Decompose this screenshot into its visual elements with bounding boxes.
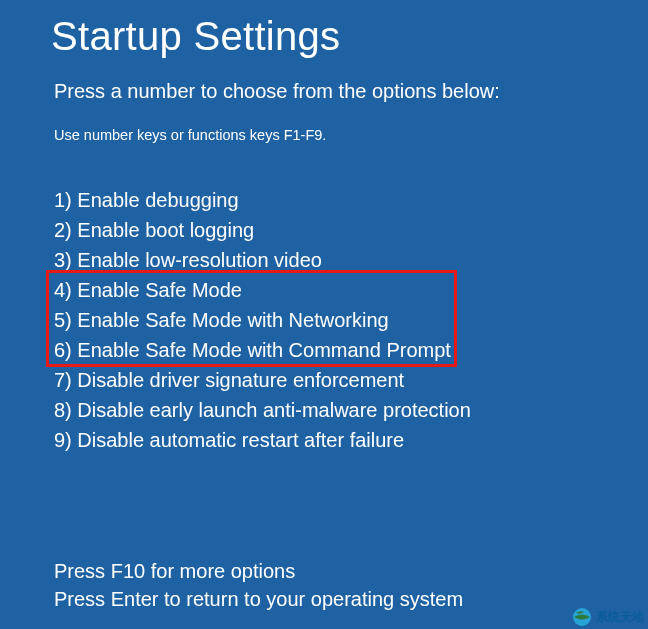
- options-list: 1) Enable debugging 2) Enable boot loggi…: [54, 185, 471, 455]
- option-9[interactable]: 9) Disable automatic restart after failu…: [54, 425, 471, 455]
- option-7[interactable]: 7) Disable driver signature enforcement: [54, 365, 471, 395]
- option-number: 1): [54, 189, 77, 211]
- option-5[interactable]: 5) Enable Safe Mode with Networking: [54, 305, 471, 335]
- instruction-text: Press a number to choose from the option…: [54, 80, 500, 103]
- footer-more-options: Press F10 for more options: [54, 557, 463, 585]
- option-label: Disable early launch anti-malware protec…: [77, 399, 471, 421]
- option-label: Enable Safe Mode with Command Prompt: [77, 339, 451, 361]
- option-number: 4): [54, 279, 77, 301]
- page-title: Startup Settings: [51, 14, 340, 59]
- option-label: Enable Safe Mode: [77, 279, 242, 301]
- option-number: 2): [54, 219, 77, 241]
- watermark: 系统天地: [572, 607, 644, 627]
- option-label: Disable automatic restart after failure: [77, 429, 404, 451]
- footer-instructions: Press F10 for more options Press Enter t…: [54, 557, 463, 613]
- option-6[interactable]: 6) Enable Safe Mode with Command Prompt: [54, 335, 471, 365]
- option-number: 3): [54, 249, 77, 271]
- globe-icon: [572, 607, 592, 627]
- option-label: Enable Safe Mode with Networking: [77, 309, 388, 331]
- option-4[interactable]: 4) Enable Safe Mode: [54, 275, 471, 305]
- option-label: Disable driver signature enforcement: [77, 369, 404, 391]
- option-number: 5): [54, 309, 77, 331]
- option-number: 6): [54, 339, 77, 361]
- option-number: 8): [54, 399, 77, 421]
- option-number: 7): [54, 369, 77, 391]
- option-label: Enable boot logging: [77, 219, 254, 241]
- option-label: Enable low-resolution video: [77, 249, 322, 271]
- hint-text: Use number keys or functions keys F1-F9.: [54, 127, 326, 143]
- footer-return: Press Enter to return to your operating …: [54, 585, 463, 613]
- option-3[interactable]: 3) Enable low-resolution video: [54, 245, 471, 275]
- option-1[interactable]: 1) Enable debugging: [54, 185, 471, 215]
- option-label: Enable debugging: [77, 189, 238, 211]
- watermark-text: 系统天地: [596, 609, 644, 626]
- option-number: 9): [54, 429, 77, 451]
- option-8[interactable]: 8) Disable early launch anti-malware pro…: [54, 395, 471, 425]
- option-2[interactable]: 2) Enable boot logging: [54, 215, 471, 245]
